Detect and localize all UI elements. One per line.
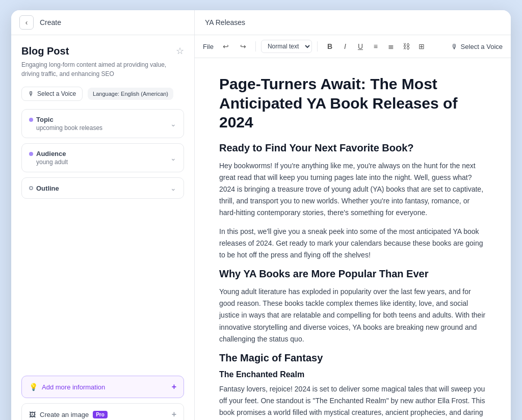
toolbar-separator-1 — [255, 41, 256, 51]
audience-field-left: Audience young adult — [29, 150, 68, 166]
audience-label-row: Audience — [29, 150, 66, 158]
topic-dot-icon — [29, 118, 33, 122]
add-info-label: Add more information — [42, 383, 105, 391]
outline-label: Outline — [36, 185, 59, 192]
doc-heading-1: Page-Turners Await: The Most Anticipated… — [219, 74, 486, 132]
outline-field[interactable]: Outline ⌄ — [21, 177, 184, 199]
main-content: Blog Post ☆ Engaging long-form content a… — [11, 35, 511, 420]
doc-heading-2-0: Ready to Find Your Next Favorite Book? — [219, 142, 486, 154]
doc-heading-3-0: The Enchanted Realm — [219, 370, 486, 379]
underline-button[interactable]: U — [353, 39, 368, 54]
lightbulb-icon: 💡 — [29, 383, 38, 391]
audience-value: young adult — [29, 159, 68, 166]
create-title: Create — [40, 18, 61, 27]
format-buttons: B I U ≡ ≣ ⛓ ⊞ — [323, 39, 429, 54]
bold-button[interactable]: B — [323, 39, 337, 54]
select-voice-toolbar-label: Select a Voice — [461, 43, 503, 50]
voice-toolbar-icon: 🎙 — [451, 43, 458, 50]
voice-wave-icon: 🎙 — [28, 90, 34, 97]
doc-heading-2-2: The Magic of Fantasy — [219, 352, 486, 364]
outline-field-left: Outline — [29, 185, 59, 192]
topic-field-left: Topic upcoming book releases — [29, 116, 102, 132]
image-icon: 🖼 — [29, 411, 36, 418]
audience-dot-icon — [29, 152, 33, 156]
create-image-left: 🖼 Create an image Pro — [29, 411, 108, 418]
spacer — [21, 209, 184, 376]
create-image-button[interactable]: 🖼 Create an image Pro + — [21, 403, 184, 420]
right-panel: File ↩ ↪ Normal text B I U ≡ ≣ ⛓ ⊞ — [195, 35, 511, 420]
create-image-label: Create an image — [40, 411, 89, 418]
topic-label-row: Topic — [29, 116, 54, 123]
panel-description: Engaging long-form content aimed at prov… — [21, 60, 184, 78]
left-panel: Blog Post ☆ Engaging long-form content a… — [11, 35, 195, 420]
image-insert-button[interactable]: ⊞ — [414, 39, 429, 54]
editor-area[interactable]: Page-Turners Await: The Most Anticipated… — [195, 58, 511, 420]
audience-chevron-icon: ⌄ — [170, 154, 176, 162]
undo-button[interactable]: ↩ — [219, 39, 233, 54]
topic-field[interactable]: Topic upcoming book releases ⌄ — [21, 109, 184, 138]
title-bar: ‹ Create YA Releases — [11, 10, 511, 35]
ordered-list-button[interactable]: ≣ — [384, 39, 398, 54]
doc-paragraph-2-0: Fantasy lovers, rejoice! 2024 is set to … — [219, 383, 486, 420]
language-badge: Language: English (American) — [88, 88, 173, 100]
audience-field[interactable]: Audience young adult ⌄ — [21, 143, 184, 172]
panel-title: Blog Post — [21, 45, 69, 57]
back-button[interactable]: ‹ — [19, 15, 34, 30]
file-menu[interactable]: File — [203, 43, 214, 50]
doc-heading-2-1: Why YA Books are More Popular Than Ever — [219, 268, 486, 280]
select-voice-toolbar-button[interactable]: 🎙 Select a Voice — [451, 43, 503, 50]
favorite-icon[interactable]: ☆ — [176, 45, 184, 57]
panel-header: Blog Post ☆ — [21, 45, 184, 57]
unordered-list-button[interactable]: ≡ — [369, 39, 383, 54]
doc-paragraph-0-0: Hey bookworms! If you're anything like m… — [219, 160, 486, 219]
topic-label: Topic — [36, 116, 54, 123]
select-voice-button[interactable]: 🎙 Select a Voice — [21, 87, 83, 101]
title-bar-right: YA Releases — [195, 10, 511, 35]
app-window: ‹ Create YA Releases Blog Post ☆ Engagin… — [11, 10, 511, 420]
toolbar: File ↩ ↪ Normal text B I U ≡ ≣ ⛓ ⊞ — [195, 35, 511, 58]
text-style-select[interactable]: Normal text — [261, 40, 312, 53]
title-bar-left: ‹ Create — [11, 10, 195, 35]
toolbar-separator-2 — [317, 41, 318, 51]
outline-dot-icon — [29, 186, 33, 190]
redo-button[interactable]: ↪ — [236, 39, 250, 54]
doc-paragraph-1-0: Young adult literature has exploded in p… — [219, 286, 486, 345]
topic-chevron-icon: ⌄ — [170, 120, 176, 128]
add-more-info-button[interactable]: 💡 Add more information + — [21, 376, 184, 398]
outline-label-row: Outline — [29, 185, 59, 192]
topic-value: upcoming book releases — [29, 124, 102, 132]
doc-paragraph-0-1: In this post, we'll give you a sneak pee… — [219, 226, 486, 261]
pro-badge: Pro — [93, 411, 108, 418]
field-group: Topic upcoming book releases ⌄ Audience … — [21, 109, 184, 199]
create-image-plus-icon: + — [172, 410, 176, 419]
add-info-left: 💡 Add more information — [29, 383, 105, 391]
italic-button[interactable]: I — [338, 39, 352, 54]
add-info-plus-icon: + — [172, 382, 176, 391]
voice-row: 🎙 Select a Voice Language: English (Amer… — [21, 87, 184, 101]
select-voice-label: Select a Voice — [37, 90, 76, 97]
outline-chevron-icon: ⌄ — [170, 184, 176, 192]
document-title: YA Releases — [205, 18, 245, 27]
audience-label: Audience — [36, 150, 66, 158]
link-button[interactable]: ⛓ — [399, 39, 413, 54]
